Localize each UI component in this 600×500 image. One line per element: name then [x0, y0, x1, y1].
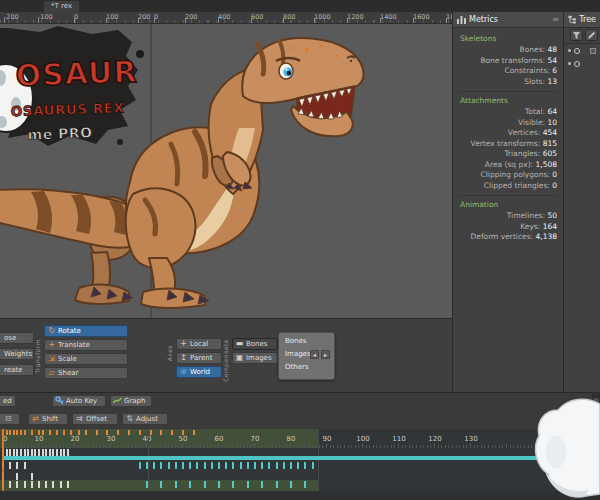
- keyframe-tick[interactable]: [31, 449, 33, 456]
- keyframe-mark[interactable]: [56, 430, 58, 435]
- keyframe-tick-selected[interactable]: [247, 462, 249, 469]
- keyframe-tick-selected[interactable]: [225, 462, 227, 469]
- keyframe-tick[interactable]: [9, 481, 11, 488]
- keyframe-tick[interactable]: [13, 449, 15, 456]
- keyframe-mark[interactable]: [171, 430, 173, 435]
- keyframe-tick-selected[interactable]: [290, 462, 292, 469]
- keyframe-tick[interactable]: [42, 449, 44, 456]
- keyframe-mark[interactable]: [117, 430, 119, 435]
- keyframe-tick-selected[interactable]: [247, 481, 249, 488]
- viewport[interactable]: -200-10001002000200400600800100012001400…: [0, 12, 452, 318]
- keyframe-tick[interactable]: [52, 449, 54, 456]
- keyframe-tick[interactable]: [67, 481, 69, 488]
- keyframe-tick-selected[interactable]: [182, 462, 184, 469]
- keyframe-tick-selected[interactable]: [240, 462, 242, 469]
- keyframe-tick[interactable]: [31, 473, 33, 480]
- keyframe-mark[interactable]: [150, 430, 152, 435]
- offset-button[interactable]: ⇉ Offset: [72, 413, 118, 425]
- dopesheet[interactable]: 0102030405060708090100110120130: [0, 429, 600, 500]
- tree-checkbox[interactable]: [590, 48, 596, 54]
- auto-key-button[interactable]: Auto Key: [52, 395, 106, 407]
- keyframe-tick[interactable]: [16, 481, 18, 488]
- tool-button-local[interactable]: +Local: [176, 338, 222, 350]
- keyframe-tick-selected[interactable]: [268, 462, 270, 469]
- keyframe-mark[interactable]: [128, 430, 130, 435]
- keyframe-tick[interactable]: [24, 449, 26, 456]
- keyframe-tick-selected[interactable]: [304, 481, 306, 488]
- tree-node-row[interactable]: [564, 44, 600, 57]
- keyframe-tick-selected[interactable]: [189, 462, 191, 469]
- keyframe-mark[interactable]: [139, 430, 141, 435]
- keyframe-tick-selected[interactable]: [168, 462, 170, 469]
- keyframe-tick-selected[interactable]: [312, 462, 314, 469]
- keyframe-tick-selected[interactable]: [297, 462, 299, 469]
- keyframe-mark[interactable]: [38, 430, 40, 435]
- keyframe-tick-selected[interactable]: [218, 481, 220, 488]
- keyframe-tick-selected[interactable]: [290, 481, 292, 488]
- metrics-menu-icon[interactable]: ≡: [552, 15, 559, 24]
- keyframe-tick[interactable]: [52, 481, 54, 488]
- keyframe-tick-selected[interactable]: [232, 481, 234, 488]
- dopesheet-row[interactable]: [0, 472, 600, 478]
- adjust-button[interactable]: ⇅ Adjust: [122, 413, 168, 425]
- keyframe-mark[interactable]: [13, 430, 15, 435]
- tool-button-parent[interactable]: ↥Parent: [176, 352, 222, 364]
- left-partial-button-reate[interactable]: reate: [0, 364, 34, 376]
- keyframe-tick-selected[interactable]: [175, 481, 177, 488]
- keyframe-tick-selected[interactable]: [211, 462, 213, 469]
- dopesheet-row[interactable]: [0, 480, 600, 491]
- popup-row-images[interactable]: Images◂▸: [282, 348, 331, 361]
- clipped-button-left[interactable]: ed: [0, 395, 16, 407]
- keyframe-tick-selected[interactable]: [261, 462, 263, 469]
- keyframe-tick-selected[interactable]: [204, 462, 206, 469]
- keyframe-mark[interactable]: [106, 430, 108, 435]
- keyframe-tick-selected[interactable]: [204, 481, 206, 488]
- keyframe-tick-selected[interactable]: [276, 462, 278, 469]
- keyframe-tick[interactable]: [16, 449, 18, 456]
- keyframe-mark[interactable]: [85, 430, 87, 435]
- keyframe-tick[interactable]: [6, 449, 8, 456]
- left-partial-button-weights[interactable]: Weights: [0, 348, 34, 360]
- metrics-panel-header[interactable]: Metrics ≡: [453, 12, 563, 28]
- keyframe-tick[interactable]: [9, 462, 11, 469]
- keyframe-tick[interactable]: [34, 449, 36, 456]
- dopesheet-row[interactable]: [0, 461, 600, 470]
- keyframe-mark[interactable]: [96, 430, 98, 435]
- visibility-dot-icon[interactable]: [568, 49, 571, 52]
- keyframe-tick[interactable]: [60, 481, 62, 488]
- keyframe-tick[interactable]: [9, 449, 11, 456]
- keyframe-tick-selected[interactable]: [160, 462, 162, 469]
- tree-node-row[interactable]: [564, 57, 600, 70]
- keyframe-tick-selected[interactable]: [218, 462, 220, 469]
- keyframe-tick[interactable]: [16, 462, 18, 469]
- tree-panel-header[interactable]: Tree: [564, 12, 600, 28]
- keyframe-mark[interactable]: [9, 430, 11, 435]
- file-tab[interactable]: *T rex: [44, 1, 79, 12]
- keyframe-tick-selected[interactable]: [196, 462, 198, 469]
- keyframe-mark[interactable]: [193, 430, 195, 435]
- keyframe-tick[interactable]: [45, 481, 47, 488]
- keyframe-tick-selected[interactable]: [283, 462, 285, 469]
- keyframe-tick-selected[interactable]: [254, 462, 256, 469]
- tree-toolbar-button[interactable]: [570, 29, 583, 41]
- keyframe-tick[interactable]: [38, 449, 40, 456]
- keyframe-tick[interactable]: [60, 449, 62, 456]
- popup-row-others[interactable]: Others: [282, 361, 331, 374]
- keyframe-tick[interactable]: [38, 481, 40, 488]
- keyframe-mark[interactable]: [16, 430, 18, 435]
- arrow-left-icon[interactable]: ◂: [310, 350, 319, 359]
- left-partial-button-ose[interactable]: ose: [0, 332, 34, 344]
- keyframe-mark[interactable]: [20, 430, 22, 435]
- tool-button-images[interactable]: ▣Images: [232, 352, 278, 364]
- tool-button-translate[interactable]: +Translate: [44, 339, 128, 351]
- popup-row-bones[interactable]: Bones: [282, 335, 331, 348]
- keyframe-tick-selected[interactable]: [304, 462, 306, 469]
- clipped-icon-button[interactable]: ⊟: [0, 413, 20, 425]
- keyframe-tick[interactable]: [24, 481, 26, 488]
- keyframe-tick-selected[interactable]: [232, 462, 234, 469]
- keyframe-mark[interactable]: [6, 430, 8, 435]
- timeline-range-bar[interactable]: [2, 456, 542, 460]
- keyframe-tick[interactable]: [56, 449, 58, 456]
- edit-mode-button[interactable]: [585, 29, 598, 41]
- keyframe-tick[interactable]: [45, 449, 47, 456]
